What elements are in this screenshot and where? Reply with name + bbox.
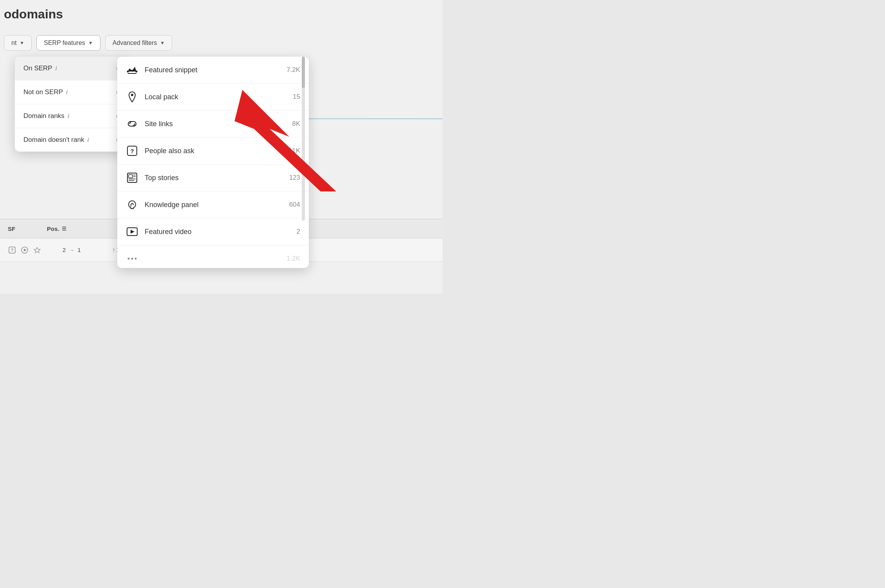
chevron-down-icon: ▼	[88, 40, 93, 46]
col-pos-header: Pos. ☰	[47, 225, 66, 232]
dropdown-item-local-pack[interactable]: Local pack 15	[117, 84, 309, 111]
dropdown-item-domain-doesnt-rank[interactable]: Domain doesn't rank i ›	[15, 128, 126, 152]
item-label: Domain ranks i	[23, 112, 69, 120]
people-also-ask-label: People also ask	[145, 147, 194, 155]
top-stories-label: Top stories	[145, 174, 179, 182]
svg-text:?: ?	[11, 248, 14, 252]
question-icon: ?	[8, 246, 16, 254]
dropdown-item-site-links[interactable]: Site links 8K	[117, 111, 309, 138]
left-dropdown: On SERP i › Not on SERP i › Domain ranks…	[15, 57, 126, 152]
up-arrow-icon: ↑	[112, 247, 115, 254]
local-pack-label: Local pack	[145, 93, 178, 101]
svg-rect-12	[129, 175, 133, 178]
serp-features-label: SERP features	[44, 39, 85, 46]
page-title: odomains	[4, 7, 63, 21]
knowledge-panel-count: 604	[289, 201, 300, 209]
item-left: Featured video	[126, 225, 192, 238]
info-icon: i	[87, 137, 89, 143]
site-links-count: 8K	[292, 120, 300, 128]
dropdown-item-etc[interactable]: 1.2K	[117, 245, 309, 268]
people-also-ask-count: 11K	[288, 147, 300, 155]
svg-marker-4	[34, 247, 40, 253]
arrow-right-icon: →	[69, 247, 74, 253]
dropdown-item-on-serp[interactable]: On SERP i ›	[15, 57, 126, 80]
info-icon: i	[56, 65, 57, 71]
item-left: ? People also ask	[126, 145, 194, 157]
dropdown-item-knowledge-panel[interactable]: Knowledge panel 604	[117, 191, 309, 218]
featured-video-label: Featured video	[145, 228, 192, 236]
row-position-nums: 2 → 1	[63, 247, 81, 253]
pos-num2: 1	[77, 247, 81, 253]
dropdown-item-featured-video[interactable]: Featured video 2	[117, 218, 309, 245]
svg-point-21	[131, 258, 133, 260]
star-icon	[33, 246, 41, 254]
knowledge-panel-label: Knowledge panel	[145, 201, 199, 209]
dropdown-item-domain-ranks[interactable]: Domain ranks i ›	[15, 104, 126, 128]
crown-icon	[126, 64, 138, 76]
svg-marker-3	[24, 248, 27, 251]
svg-point-5	[127, 71, 129, 73]
play-icon	[20, 246, 29, 254]
dropdown-item-not-on-serp[interactable]: Not on SERP i ›	[15, 80, 126, 104]
etc-icon	[126, 252, 138, 265]
dropdown-item-people-also-ask[interactable]: ? People also ask 11K	[117, 138, 309, 164]
svg-point-20	[128, 258, 130, 260]
filter-btn-1[interactable]: nt ▼	[4, 35, 32, 51]
dropdown-item-featured-snippet[interactable]: Featured snippet 7.2K	[117, 57, 309, 84]
filter-btn-1-label: nt	[11, 39, 16, 46]
svg-marker-19	[131, 230, 134, 234]
sort-icon[interactable]: ☰	[62, 226, 66, 232]
col-sf-header: SF	[8, 225, 39, 232]
top-stories-count: 123	[289, 174, 300, 182]
chevron-down-icon: ▼	[20, 40, 24, 46]
right-dropdown-scrollbar[interactable]	[302, 57, 305, 221]
location-icon	[126, 91, 138, 103]
link-icon	[126, 118, 138, 130]
featured-snippet-label: Featured snippet	[145, 66, 197, 74]
featured-snippet-count: 7.2K	[287, 66, 300, 74]
item-left: Featured snippet	[126, 64, 197, 76]
site-links-label: Site links	[145, 120, 173, 128]
chevron-down-icon: ▼	[160, 40, 165, 46]
item-label: Not on SERP i	[23, 88, 68, 96]
advanced-filters-button[interactable]: Advanced filters ▼	[105, 35, 172, 51]
svg-point-6	[136, 71, 138, 73]
svg-point-8	[131, 94, 133, 96]
right-dropdown: Featured snippet 7.2K Local pack 15	[117, 57, 309, 268]
dropdown-item-top-stories[interactable]: Top stories 123	[117, 164, 309, 191]
item-left: Knowledge panel	[126, 198, 199, 211]
news-icon	[126, 172, 138, 184]
info-icon: i	[68, 113, 69, 119]
item-left: Top stories	[126, 172, 179, 184]
toolbar: nt ▼ SERP features ▼ Advanced filters ▼	[0, 35, 176, 51]
pos-num1: 2	[63, 247, 66, 253]
info-icon: i	[66, 89, 68, 95]
item-left: Local pack	[126, 91, 178, 103]
knowledge-icon	[126, 198, 138, 211]
etc-count: 1.2K	[287, 255, 300, 263]
scrollbar-thumb	[302, 57, 305, 88]
local-pack-count: 15	[293, 93, 300, 101]
svg-text:?: ?	[130, 148, 134, 154]
item-label: On SERP i	[23, 64, 57, 72]
item-left	[126, 252, 138, 265]
featured-video-count: 2	[297, 228, 300, 236]
question-box-icon: ?	[126, 145, 138, 157]
svg-point-7	[131, 70, 133, 72]
advanced-filters-label: Advanced filters	[113, 39, 157, 46]
item-label: Domain doesn't rank i	[23, 136, 89, 144]
video-icon	[126, 225, 138, 238]
serp-features-button[interactable]: SERP features ▼	[36, 35, 100, 51]
row-icons: ?	[8, 246, 47, 254]
item-left: Site links	[126, 118, 173, 130]
svg-point-22	[135, 258, 137, 260]
